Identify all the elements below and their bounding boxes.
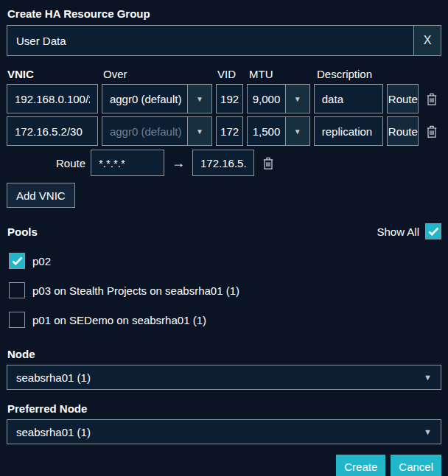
add-vnic-button[interactable]: Add VNIC [7, 183, 75, 208]
resource-group-name-input[interactable] [7, 26, 413, 55]
header-over: Over [103, 68, 214, 80]
pool-checkbox[interactable] [9, 312, 25, 328]
vnic-address-input[interactable] [7, 93, 97, 105]
route-button[interactable]: Route [387, 84, 419, 113]
chevron-down-icon[interactable]: ▼ [285, 85, 309, 113]
show-all-checkbox[interactable] [425, 223, 441, 239]
header-description: Description [317, 68, 388, 80]
preferred-node-label: Preferred Node [7, 402, 441, 415]
vnic-table-header: VNIC Over VID MTU Description [7, 68, 441, 80]
chevron-down-icon[interactable]: ▼ [187, 117, 211, 145]
pool-checkbox[interactable] [9, 253, 25, 269]
delete-vnic-button[interactable] [422, 84, 441, 113]
vid-field [216, 84, 243, 113]
trash-icon [424, 124, 439, 139]
vnic-row: aggr0 (default) ▼ 9,000 ▼ Route [7, 84, 441, 113]
vid-input[interactable] [217, 93, 242, 105]
vnic-row: aggr0 (default) ▼ 1,500 ▼ Route [7, 116, 441, 146]
trash-icon [261, 155, 276, 171]
delete-route-button[interactable] [259, 148, 278, 178]
check-icon [428, 227, 439, 236]
cancel-button[interactable]: Cancel [391, 455, 441, 476]
delete-vnic-button[interactable] [422, 116, 441, 146]
header-vnic: VNIC [7, 68, 99, 80]
vid-input[interactable] [217, 125, 242, 138]
create-ha-resource-group-dialog: Create HA Resource Group X VNIC Over VID… [0, 0, 448, 476]
show-all-label: Show All [377, 225, 419, 238]
pool-label: p02 [32, 255, 51, 267]
mtu-select-value: 9,000 [248, 85, 285, 113]
pool-item: p03 on Stealth Projects on seabsrha01 (1… [7, 282, 441, 298]
create-button[interactable]: Create [336, 455, 385, 476]
vid-field [216, 116, 243, 146]
chevron-down-icon[interactable]: ▼ [187, 85, 211, 113]
arrow-right-icon: → [164, 155, 192, 171]
node-label: Node [7, 348, 441, 360]
mtu-select[interactable]: 1,500 ▼ [247, 116, 310, 146]
over-select[interactable]: aggr0 (default) ▼ [102, 116, 212, 146]
dialog-title: Create HA Resource Group [7, 7, 441, 20]
dialog-footer: Create Cancel [7, 455, 441, 476]
chevron-down-icon[interactable]: ▼ [285, 117, 309, 145]
resource-group-name-field: X [7, 25, 441, 56]
trash-icon [424, 91, 439, 107]
route-destination-input[interactable] [91, 157, 164, 169]
description-field [314, 84, 383, 113]
mtu-select-value: 1,500 [248, 117, 285, 145]
over-select-value: aggr0 (default) [102, 85, 187, 113]
preferred-node-select-value: seabsrha01 (1) [16, 426, 424, 438]
route-destination-field [91, 150, 164, 176]
vnic-address-field [7, 116, 98, 146]
clear-name-button[interactable]: X [413, 26, 441, 55]
header-mtu: MTU [249, 68, 313, 80]
pool-item: p02 [7, 253, 441, 269]
pool-item: p01 on SEDemo on seabsrha01 (1) [7, 312, 441, 328]
preferred-node-select[interactable]: seabsrha01 (1) ▼ [7, 419, 441, 444]
header-vid: VID [217, 68, 245, 80]
description-field [314, 116, 383, 146]
description-input[interactable] [315, 93, 382, 105]
route-gateway-field [192, 150, 254, 176]
route-button[interactable]: Route [387, 116, 419, 146]
node-select-value: seabsrha01 (1) [16, 371, 424, 384]
show-all-toggle: Show All [377, 223, 441, 239]
node-select[interactable]: seabsrha01 (1) ▼ [7, 365, 441, 390]
vnic-address-input[interactable] [7, 125, 97, 138]
over-select-value: aggr0 (default) [102, 117, 187, 145]
check-icon [12, 256, 23, 265]
vnic-address-field [7, 84, 98, 113]
pool-label: p01 on SEDemo on seabsrha01 (1) [32, 314, 206, 326]
route-gateway-input[interactable] [193, 157, 253, 169]
route-label: Route [7, 157, 91, 169]
over-select[interactable]: aggr0 (default) ▼ [102, 84, 212, 113]
mtu-select[interactable]: 9,000 ▼ [247, 84, 310, 113]
pool-checkbox[interactable] [9, 282, 25, 298]
chevron-down-icon: ▼ [424, 373, 432, 382]
pool-label: p03 on Stealth Projects on seabsrha01 (1… [32, 284, 239, 297]
pools-label: Pools [7, 225, 38, 238]
description-input[interactable] [315, 125, 382, 138]
pools-header: Pools Show All [7, 223, 441, 239]
chevron-down-icon: ▼ [424, 427, 432, 436]
route-detail-row: Route → [7, 150, 441, 176]
